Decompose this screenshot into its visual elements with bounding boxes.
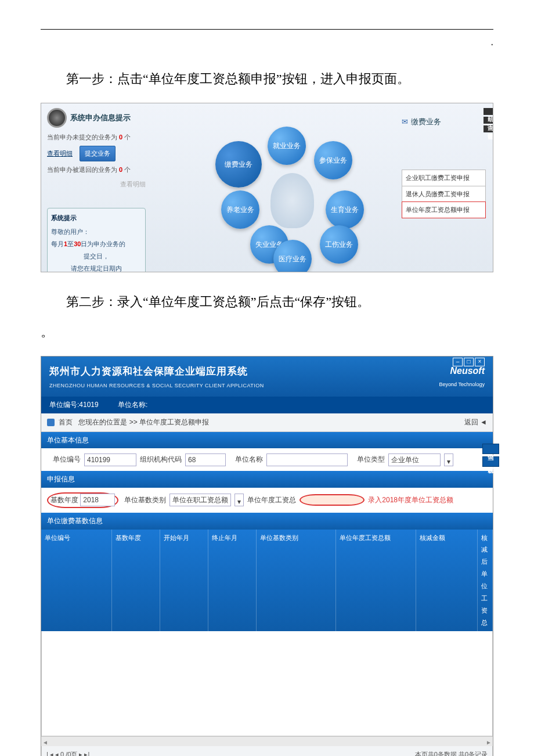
- rejected-prefix: 当前申办被退回的业务为: [47, 166, 117, 173]
- th-kind: 单位基数类别: [257, 530, 336, 631]
- section-basedata: 单位缴费基数信息: [41, 513, 493, 530]
- bubble-medical[interactable]: 医疗业务: [273, 240, 312, 272]
- table-header: 单位编号 基数年度 开始年月 终止年月 单位基数类别 单位年度工资总额 核减金额…: [41, 530, 493, 631]
- bubble-insurance[interactable]: 参保业务: [314, 141, 352, 179]
- person-image: [270, 173, 314, 228]
- app-title-en: ZHENGZHOU HUMAN RESOURCES & SOCIAL SECUR…: [49, 381, 485, 391]
- syshint-user: 尊敬的用户：: [51, 226, 142, 238]
- sub-unitname: 单位名称:: [118, 401, 147, 409]
- top-rule: [41, 29, 493, 30]
- app-title-cn: 郑州市人力资源和社会保障企业端应用系统: [49, 362, 485, 381]
- lbl-unitno: 单位编号: [47, 453, 81, 466]
- table-body: [41, 631, 493, 736]
- side-tab-password[interactable]: 密码设置: [484, 125, 493, 132]
- sub-unitno: 单位编号:41019: [49, 401, 99, 409]
- inp-unitno[interactable]: 410199: [84, 453, 136, 466]
- submit-button[interactable]: 提交业务: [80, 146, 116, 161]
- bubble-maternity[interactable]: 生育业务: [326, 190, 364, 229]
- th-salary: 单位年度工资总额: [336, 530, 416, 631]
- breadcrumb: 您现在的位置是 >> 单位年度工资总额申报: [78, 418, 209, 426]
- th-unitno: 单位编号: [41, 530, 112, 631]
- th-deduct: 核减金额: [416, 530, 478, 631]
- step2-text: 第二步：录入“单位年度工资总额”后点击“保存”按钮。: [41, 290, 493, 314]
- pager-info: 本页共0条数据 共0条记录: [415, 748, 488, 756]
- system-hint-box: 系统提示 尊敬的用户： 每月1至30日为申办业务的 提交日， 请您在规定日期内 …: [47, 208, 146, 272]
- side-tab-query[interactable]: 查询: [484, 117, 493, 124]
- menu-item-3[interactable]: 单位年度工资总额申报: [402, 201, 486, 218]
- pending-count: 0: [119, 134, 122, 141]
- menu-item-2[interactable]: 退休人员缴费工资申报: [402, 186, 486, 203]
- nav-home[interactable]: 首页: [59, 418, 73, 426]
- bubble-injury[interactable]: 工伤业务: [320, 225, 358, 264]
- lbl-orgcode: 组织机构代码: [140, 453, 182, 466]
- inp-basekind[interactable]: 单位在职工资总额: [169, 494, 231, 506]
- inp-salary[interactable]: [300, 494, 365, 506]
- ss1-title: 系统申办信息提示: [70, 111, 131, 125]
- rejected-count: 0: [119, 166, 122, 173]
- th-end: 终止年月: [208, 530, 257, 631]
- menu-item-1[interactable]: 企业职工缴费工资申报: [402, 170, 486, 186]
- detail-link-2[interactable]: 查看明细: [120, 181, 146, 188]
- inp-year[interactable]: 2018: [80, 494, 115, 506]
- th-after: 核减后单位工资总: [478, 530, 493, 631]
- step1-text: 第一步：点击“单位年度工资总额申报”按钮，进入申报页面。: [41, 67, 493, 91]
- screenshot-2: –□× 郑州市人力资源和社会保障企业端应用系统 ZHENGZHOU HUMAN …: [41, 356, 493, 756]
- th-start: 开始年月: [160, 530, 208, 631]
- bubble-pension[interactable]: 养老业务: [221, 190, 259, 229]
- app-header: –□× 郑州市人力资源和社会保障企业端应用系统 ZHENGZHOU HUMAN …: [41, 357, 493, 397]
- pending-prefix: 当前申办未提交的业务为: [47, 134, 117, 141]
- lbl-salary: 单位年度工资总: [247, 494, 296, 507]
- top-period: .: [41, 32, 493, 52]
- section-basic: 单位基本信息: [41, 432, 493, 449]
- side-tab-password-2[interactable]: 密码设置: [482, 456, 499, 467]
- lbl-unitname: 单位名称: [229, 453, 263, 466]
- clock-icon: [47, 108, 67, 128]
- inp-orgcode[interactable]: 68: [185, 453, 226, 466]
- th-year: 基数年度: [112, 530, 160, 631]
- side-tab-help[interactable]: 帮助: [484, 108, 493, 115]
- home-icon[interactable]: [47, 419, 55, 426]
- lbl-unittype: 单位类型: [351, 453, 385, 466]
- side-tab-query-2[interactable]: 查询: [482, 444, 499, 454]
- pending-suffix: 个: [124, 134, 131, 141]
- lbl-basekind: 单位基数类别: [122, 494, 166, 507]
- syshint-title: 系统提示: [51, 212, 142, 224]
- screenshot-1: 系统申办信息提示 当前申办未提交的业务为 0 个 查看明细 提交业务 当前申办被…: [41, 103, 493, 272]
- lbl-year: 基数年度: [50, 496, 78, 504]
- pager-nav[interactable]: | ◂ ◂ 0 /0页 ▸ ▸|: [46, 748, 89, 756]
- brand-logo: Neusoft Beyond Technology: [439, 362, 485, 390]
- section-declare: 申报信息: [41, 471, 493, 488]
- red-note: 录入2018年度单位工资总额: [368, 494, 453, 507]
- inp-unitname[interactable]: [266, 453, 348, 466]
- rejected-suffix: 个: [124, 166, 131, 173]
- dropdown-icon[interactable]: ▾: [444, 453, 453, 466]
- h-scrollbar[interactable]: [41, 736, 493, 746]
- detail-link[interactable]: 查看明细: [47, 150, 73, 157]
- dropdown-icon-2[interactable]: ▾: [234, 494, 244, 506]
- inp-unittype[interactable]: 企业单位: [388, 453, 441, 466]
- bubble-employment[interactable]: 就业业务: [268, 127, 306, 165]
- back-button[interactable]: 返回: [464, 418, 478, 426]
- bubble-payment[interactable]: 缴费业务: [215, 141, 262, 188]
- menu-title: 缴费业务: [402, 115, 486, 129]
